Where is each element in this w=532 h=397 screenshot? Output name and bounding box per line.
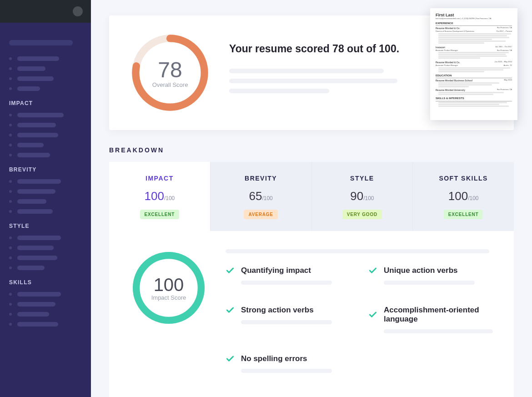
sidebar-item-placeholder[interactable] xyxy=(9,153,82,157)
check-icon xyxy=(368,310,377,319)
tab-label: BREVITY xyxy=(215,175,307,182)
tab-soft-skills[interactable]: SOFT SKILLS 100/100 EXCELLENT xyxy=(413,162,514,231)
sidebar-heading-brevity[interactable]: BREVITY xyxy=(9,166,82,173)
checks-grid: Quantifying impact Unique action verbs S… xyxy=(226,266,493,373)
sidebar-item-placeholder[interactable] xyxy=(9,179,82,184)
sidebar-title-placeholder xyxy=(9,40,73,45)
tab-label: STYLE xyxy=(316,175,408,182)
tab-score: 100 xyxy=(145,189,164,203)
detail-text-placeholder xyxy=(226,249,489,253)
tab-label: SOFT SKILLS xyxy=(417,175,509,182)
check-unique-verbs[interactable]: Unique action verbs xyxy=(368,266,493,285)
check-sub-placeholder xyxy=(241,320,332,324)
overall-score-value: 78 xyxy=(158,57,182,82)
main-content: 78 Overall Score Your resume scored 78 o… xyxy=(91,0,532,397)
impact-score-value: 100 xyxy=(154,275,184,295)
tab-badge: AVERAGE xyxy=(244,210,277,219)
breakdown-title: BREAKDOWN xyxy=(109,146,514,154)
tab-label: IMPACT xyxy=(114,175,206,182)
sidebar-item-placeholder[interactable] xyxy=(9,236,82,240)
tab-impact[interactable]: IMPACT 100/100 EXCELLENT xyxy=(109,162,211,231)
check-icon xyxy=(368,266,377,275)
tab-score-max: /100 xyxy=(262,195,272,201)
resume-preview[interactable]: First Last first.last@resumeworded.com |… xyxy=(430,8,517,120)
check-quantifying-impact[interactable]: Quantifying impact xyxy=(226,266,341,285)
check-label: No spelling errors xyxy=(241,354,307,363)
sidebar-heading-impact[interactable]: IMPACT xyxy=(9,100,82,106)
check-sub-placeholder xyxy=(384,281,475,285)
sidebar-item-placeholder[interactable] xyxy=(9,256,82,260)
hero-text-placeholder xyxy=(229,69,384,73)
sidebar-item-placeholder[interactable] xyxy=(9,266,82,270)
tab-score-max: /100 xyxy=(468,195,478,201)
tab-score: 65 xyxy=(249,189,262,203)
avatar[interactable] xyxy=(73,6,83,16)
check-sub-placeholder xyxy=(384,329,493,333)
resume-preview-section: EXPERIENCE xyxy=(436,22,512,26)
tab-score: 90 xyxy=(350,189,363,203)
sidebar-item-placeholder[interactable] xyxy=(9,312,82,317)
check-icon xyxy=(226,306,235,315)
sidebar-item-placeholder[interactable] xyxy=(9,302,82,307)
sidebar-item-placeholder[interactable] xyxy=(9,66,82,71)
sidebar-item-placeholder[interactable] xyxy=(9,86,82,91)
check-icon xyxy=(226,354,235,363)
check-sub-placeholder xyxy=(241,369,332,373)
check-label: Unique action verbs xyxy=(384,266,457,275)
sidebar-heading-skills[interactable]: SKILLS xyxy=(9,279,82,286)
hero-text-placeholder xyxy=(229,89,329,93)
detail-panel: 100 Impact Score Quantifying impact Uniq xyxy=(109,231,514,397)
tab-score-max: /100 xyxy=(164,195,175,201)
check-label: Quantifying impact xyxy=(241,266,311,275)
tab-badge: EXCELLENT xyxy=(444,210,483,219)
sidebar-item-placeholder[interactable] xyxy=(9,113,82,117)
sidebar-item-placeholder[interactable] xyxy=(9,143,82,147)
check-strong-verbs[interactable]: Strong action verbs xyxy=(226,306,341,333)
sidebar-topbar xyxy=(0,0,91,23)
sidebar-item-placeholder[interactable] xyxy=(9,292,82,296)
sidebar-heading-style[interactable]: STYLE xyxy=(9,223,82,229)
breakdown-tabs: IMPACT 100/100 EXCELLENT BREVITY 65/100 … xyxy=(109,162,514,231)
overall-score-headline: Your resume scored 78 out of 100. xyxy=(229,43,399,55)
impact-score-gauge: 100 Impact Score xyxy=(130,249,207,327)
tab-score: 100 xyxy=(448,189,468,203)
overall-score-label: Overall Score xyxy=(152,81,188,88)
sidebar-item-placeholder[interactable] xyxy=(9,322,82,327)
sidebar-item-placeholder[interactable] xyxy=(9,209,82,214)
check-accomplishment-language[interactable]: Accomplishment-oriented language xyxy=(368,306,493,333)
check-icon xyxy=(226,266,235,275)
overall-score-gauge: 78 Overall Score xyxy=(129,32,211,114)
tab-badge: VERY GOOD xyxy=(342,210,382,219)
tab-brevity[interactable]: BREVITY 65/100 AVERAGE xyxy=(211,162,312,231)
sidebar-item-placeholder[interactable] xyxy=(9,133,82,137)
sidebar-item-placeholder[interactable] xyxy=(9,199,82,204)
sidebar-item-placeholder[interactable] xyxy=(9,56,82,61)
sidebar-item-placeholder[interactable] xyxy=(9,76,82,81)
resume-preview-section: SKILLS & INTERESTS xyxy=(436,97,512,101)
sidebar-item-placeholder[interactable] xyxy=(9,123,82,127)
resume-preview-contact: first.last@resumeworded.com | +1 (123) 4… xyxy=(436,18,512,20)
tab-style[interactable]: STYLE 90/100 VERY GOOD xyxy=(312,162,413,231)
impact-score-label: Impact Score xyxy=(151,294,186,301)
tab-score-max: /100 xyxy=(363,195,374,201)
sidebar-item-placeholder[interactable] xyxy=(9,189,82,194)
sidebar-item-placeholder[interactable] xyxy=(9,246,82,250)
check-label: Accomplishment-oriented language xyxy=(384,306,493,324)
hero-text-placeholder xyxy=(229,79,397,83)
check-no-spelling-errors[interactable]: No spelling errors xyxy=(226,354,341,373)
resume-preview-section: EDUCATION xyxy=(436,74,512,78)
sidebar: IMPACT BREVITY STYLE SKILLS xyxy=(0,0,91,397)
check-sub-placeholder xyxy=(241,281,332,285)
check-label: Strong action verbs xyxy=(241,306,314,315)
tab-badge: EXCELLENT xyxy=(140,210,180,219)
